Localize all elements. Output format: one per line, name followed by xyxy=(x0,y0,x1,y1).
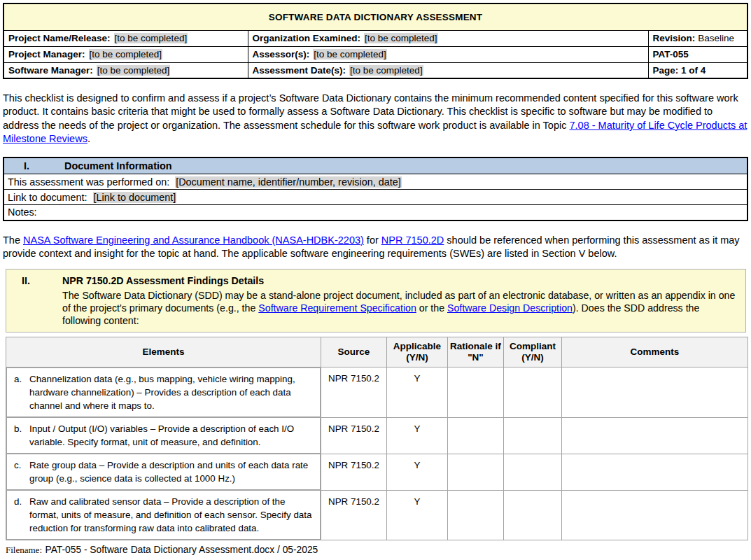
row-letter-b: b. xyxy=(14,422,29,449)
organization-field[interactable]: [to be completed] xyxy=(364,33,438,43)
page-footer: Filename: PAT-055 - Software Data Dictio… xyxy=(6,543,318,556)
project-manager-field[interactable]: [to be completed] xyxy=(89,49,163,59)
software-manager-field[interactable]: [to be completed] xyxy=(97,65,171,76)
page-title: SOFTWARE DATA DICTIONARY ASSESSMENT xyxy=(3,4,748,30)
element-cell-a: a.Channelization data (e.g., bus mapping… xyxy=(6,368,321,417)
section2-description: The Software Data Dictionary (SDD) may b… xyxy=(62,289,736,327)
compliant-cell-b[interactable] xyxy=(504,417,562,454)
source-cell-d: NPR 7150.2 xyxy=(321,490,387,540)
section2-box: II.NPR 7150.2D Assessment Findings Detai… xyxy=(6,269,746,332)
assessor-label: Assessor(s): xyxy=(253,49,310,59)
intro-text-end: . xyxy=(87,133,90,144)
revision-cell: Revision:Baseline xyxy=(648,30,748,46)
element-text-a: Channelization data (e.g., bus mapping, … xyxy=(29,372,314,412)
element-text-b: Input / Output (I/O) variables – Provide… xyxy=(29,422,314,449)
document-id-cell: PAT-055 xyxy=(648,46,748,62)
title-row: SOFTWARE DATA DICTIONARY ASSESSMENT xyxy=(3,4,748,30)
revision-value: Baseline xyxy=(698,33,734,43)
rationale-cell-b[interactable] xyxy=(448,417,504,454)
link-npr-7150-2d[interactable]: NPR 7150.2D xyxy=(381,234,444,246)
compliant-cell-a[interactable] xyxy=(504,368,562,418)
findings-table: Elements Source Applicable (Y/N) Rationa… xyxy=(6,337,748,540)
col-header-source: Source xyxy=(321,337,387,368)
assessment-date-label: Assessment Date(s): xyxy=(253,65,346,76)
filename-label: Filename: xyxy=(6,545,42,555)
notes-row: Notes: xyxy=(3,205,748,220)
compliant-cell-d[interactable] xyxy=(504,490,562,540)
notes-label: Notes: xyxy=(8,206,37,218)
project-name-field[interactable]: [to be completed] xyxy=(114,33,188,43)
page-number-value: 1 of 4 xyxy=(681,65,706,76)
col-header-applicable: Applicable (Y/N) xyxy=(387,337,448,368)
link-software-design-description[interactable]: Software Design Description xyxy=(447,302,573,314)
page-number-cell: Page: 1 of 4 xyxy=(648,62,748,78)
assessment-date-cell: Assessment Date(s):[to be completed] xyxy=(248,62,648,78)
col-header-compliant: Compliant (Y/N) xyxy=(504,337,562,368)
source-cell-a: NPR 7150.2 xyxy=(321,368,387,418)
link-to-document-cell: Link to document:[Link to document] xyxy=(3,190,748,205)
element-text-c: Rate group data – Provide a description … xyxy=(29,458,314,485)
row-letter-d: d. xyxy=(14,495,29,535)
applicable-cell-d[interactable]: Y xyxy=(387,490,448,540)
document-page: SOFTWARE DATA DICTIONARY ASSESSMENT Proj… xyxy=(0,0,751,560)
project-name-label: Project Name/Release: xyxy=(8,33,111,43)
row-letter-c: c. xyxy=(14,458,29,485)
header-row-2: Project Manager:[to be completed] Assess… xyxy=(3,46,748,62)
section1-header: I.Document Information xyxy=(3,158,748,174)
element-cell-d: d.Raw and calibrated sensor data – Provi… xyxy=(6,490,321,540)
rationale-cell-a[interactable] xyxy=(448,368,504,418)
performed-on-label: This assessment was performed on: xyxy=(8,176,169,188)
software-manager-cell: Software Manager:[to be completed] xyxy=(3,62,248,78)
organization-label: Organization Examined: xyxy=(253,33,361,43)
table-row-a: a.Channelization data (e.g., bus mapping… xyxy=(6,368,748,418)
findings-header-row: Elements Source Applicable (Y/N) Rationa… xyxy=(6,337,748,368)
section2-desc-text-2: or the xyxy=(416,302,447,314)
organization-cell: Organization Examined:[to be completed] xyxy=(248,30,648,46)
performed-on-row: This assessment was performed on:[Docume… xyxy=(3,174,748,190)
row-letter-a: a. xyxy=(14,372,29,412)
document-id: PAT-055 xyxy=(653,49,689,59)
comments-cell-c[interactable] xyxy=(562,454,748,490)
handbook-text-1: The xyxy=(3,234,23,246)
table-row-d: d.Raw and calibrated sensor data – Provi… xyxy=(6,490,748,540)
header-table: SOFTWARE DATA DICTIONARY ASSESSMENT Proj… xyxy=(3,3,748,79)
link-to-document-label: Link to document: xyxy=(8,192,87,203)
software-manager-label: Software Manager: xyxy=(8,65,93,76)
section2-title: NPR 7150.2D Assessment Findings Details xyxy=(62,275,264,286)
document-information-table: I.Document Information This assessment w… xyxy=(3,157,748,221)
section1-number: I. xyxy=(24,160,64,172)
header-row-3: Software Manager:[to be completed] Asses… xyxy=(3,62,748,78)
source-cell-c: NPR 7150.2 xyxy=(321,454,387,490)
notes-cell[interactable]: Notes: xyxy=(3,205,748,220)
link-software-requirement-specification[interactable]: Software Requirement Specification xyxy=(258,302,416,314)
project-manager-cell: Project Manager:[to be completed] xyxy=(3,46,248,62)
element-text-d: Raw and calibrated sensor data – Provide… xyxy=(29,495,314,535)
applicable-cell-c[interactable]: Y xyxy=(387,454,448,490)
link-to-document-field[interactable]: [Link to document] xyxy=(93,192,177,203)
comments-cell-a[interactable] xyxy=(562,368,748,418)
rationale-cell-d[interactable] xyxy=(448,490,504,540)
applicable-cell-a[interactable]: Y xyxy=(387,368,448,418)
filename-value: PAT-055 - Software Data Dictionary Asses… xyxy=(45,545,318,555)
col-header-comments: Comments xyxy=(562,337,748,368)
assessor-cell: Assessor(s):[to be completed] xyxy=(248,46,648,62)
table-row-b: b.Input / Output (I/O) variables – Provi… xyxy=(6,417,748,454)
compliant-cell-c[interactable] xyxy=(504,454,562,490)
applicable-cell-b[interactable]: Y xyxy=(387,417,448,454)
rationale-cell-c[interactable] xyxy=(448,454,504,490)
handbook-text-2: for xyxy=(364,234,381,246)
assessor-field[interactable]: [to be completed] xyxy=(313,49,387,59)
link-nasa-hdbk-2203[interactable]: NASA Software Engineering and Assurance … xyxy=(23,234,364,246)
page-number-label: Page: xyxy=(653,65,679,76)
revision-label: Revision: xyxy=(653,33,696,43)
performed-on-field[interactable]: [Document name, identifier/number, revis… xyxy=(175,176,402,188)
assessment-date-field[interactable]: [to be completed] xyxy=(349,65,423,76)
comments-cell-d[interactable] xyxy=(562,490,748,540)
link-to-document-row: Link to document:[Link to document] xyxy=(3,190,748,205)
handbook-paragraph: The NASA Software Engineering and Assura… xyxy=(3,234,748,261)
element-cell-b: b.Input / Output (I/O) variables – Provi… xyxy=(6,417,321,454)
comments-cell-b[interactable] xyxy=(562,417,748,454)
element-cell-c: c.Rate group data – Provide a descriptio… xyxy=(6,454,321,490)
table-row-c: c.Rate group data – Provide a descriptio… xyxy=(6,454,748,490)
project-name-cell: Project Name/Release:[to be completed] xyxy=(3,30,248,46)
